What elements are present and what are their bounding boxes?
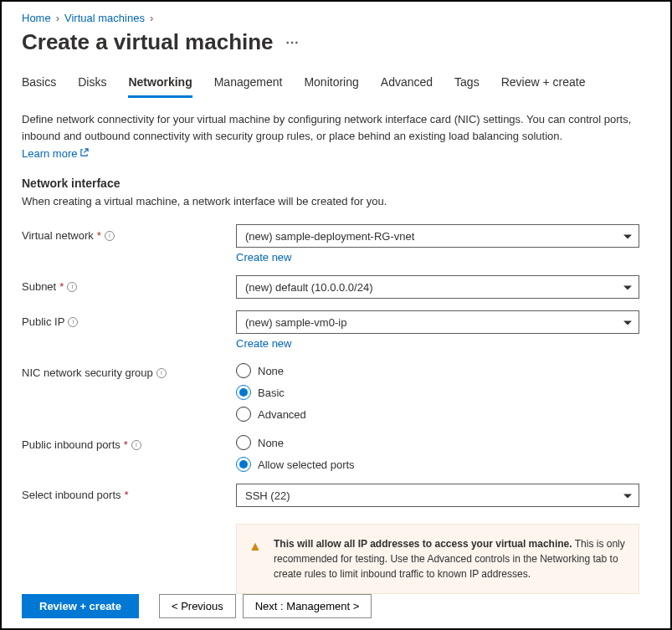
learn-more-link[interactable]: Learn more [22, 147, 89, 160]
radio-icon [236, 407, 251, 422]
wizard-footer: Review + create < Previous Next : Manage… [2, 584, 670, 628]
tab-tags[interactable]: Tags [454, 75, 480, 98]
breadcrumb-home[interactable]: Home [22, 12, 51, 24]
nsg-radio-advanced[interactable]: Advanced [236, 407, 639, 422]
info-icon[interactable]: i [131, 440, 141, 450]
info-icon[interactable]: i [68, 317, 78, 327]
info-icon[interactable]: i [67, 282, 77, 292]
select-ports-dropdown[interactable]: SSH (22) [236, 484, 639, 507]
tab-advanced[interactable]: Advanced [381, 75, 433, 98]
section-heading: Network interface [22, 177, 650, 190]
nsg-radio-basic[interactable]: Basic [236, 385, 639, 400]
tab-bar: Basics Disks Networking Management Monit… [22, 75, 650, 98]
tab-monitoring[interactable]: Monitoring [304, 75, 358, 98]
external-link-icon [80, 147, 89, 160]
section-subtext: When creating a virtual machine, a netwo… [22, 195, 650, 207]
radio-icon [236, 363, 251, 378]
chevron-right-icon: › [150, 12, 153, 24]
info-icon[interactable]: i [105, 231, 115, 241]
tab-review[interactable]: Review + create [501, 75, 586, 98]
inbound-label: Public inbound ports * i [22, 433, 236, 451]
warning-icon: ▲ [249, 536, 262, 556]
subnet-dropdown[interactable]: (new) default (10.0.0.0/24) [236, 275, 639, 299]
nsg-label: NIC network security group i [22, 361, 236, 379]
breadcrumb-vms[interactable]: Virtual machines [64, 12, 145, 24]
tab-networking[interactable]: Networking [128, 75, 192, 98]
next-button[interactable]: Next : Management > [243, 594, 372, 618]
radio-checked-icon [236, 385, 251, 400]
nsg-radio-none[interactable]: None [236, 363, 639, 378]
tab-management[interactable]: Management [214, 75, 283, 98]
chevron-right-icon: › [56, 12, 59, 24]
vnet-label: Virtual network * i [22, 224, 236, 242]
intro-text: Define network connectivity for your vir… [22, 111, 650, 144]
tab-disks[interactable]: Disks [78, 75, 106, 98]
review-create-button[interactable]: Review + create [22, 594, 139, 618]
vnet-dropdown[interactable]: (new) sample-deployment-RG-vnet [236, 224, 639, 248]
subnet-label: Subnet * i [22, 275, 236, 293]
publicip-label: Public IP i [22, 310, 236, 328]
info-icon[interactable]: i [156, 368, 167, 378]
publicip-dropdown[interactable]: (new) sample-vm0-ip [236, 310, 639, 334]
inbound-radio-none[interactable]: None [236, 435, 639, 450]
previous-button[interactable]: < Previous [159, 594, 236, 618]
radio-checked-icon [236, 457, 251, 472]
tab-basics[interactable]: Basics [22, 75, 56, 98]
more-menu-icon[interactable]: ⋯ [285, 34, 300, 50]
select-ports-label: Select inbound ports * [22, 484, 236, 501]
publicip-create-new-link[interactable]: Create new [236, 337, 291, 350]
inbound-radio-allow[interactable]: Allow selected ports [236, 457, 639, 472]
page-title: Create a virtual machine ⋯ [22, 29, 650, 55]
breadcrumb: Home › Virtual machines › [22, 12, 650, 24]
vnet-create-new-link[interactable]: Create new [236, 251, 291, 264]
radio-icon [236, 435, 251, 450]
